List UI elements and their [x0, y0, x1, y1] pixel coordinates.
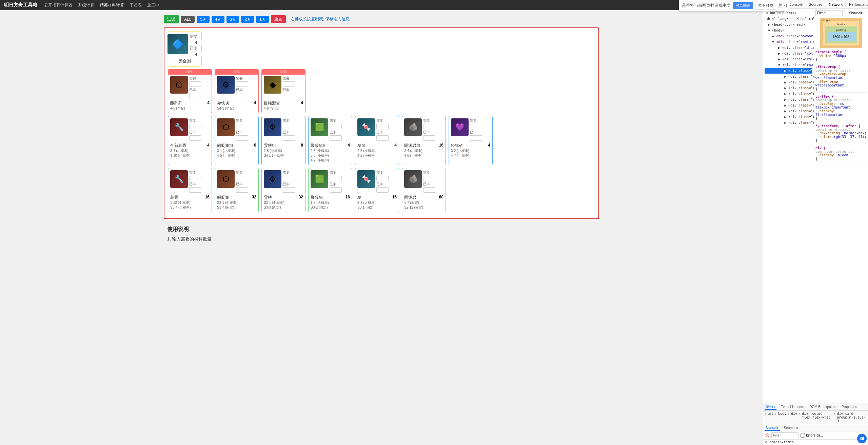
have-input-ytz[interactable] [283, 135, 295, 141]
tree-line-lv14-5[interactable]: ▶ <div class="card-group m-1 lv1-4" styl… [765, 108, 812, 114]
tree-line-rowm[interactable]: ▼ <div class="row d-flex,flex-wrap" id="… [765, 62, 812, 68]
nav-link-upgrade[interactable]: 升级计算 [78, 2, 94, 8]
have-input-zz[interactable] [189, 187, 201, 193]
need-input-gyzz[interactable] [423, 124, 435, 129]
have-input-gyzz[interactable] [423, 135, 435, 141]
tree-line-lv14-4[interactable]: ▶ <div class="card-group m-1 lv1-4" styl… [765, 102, 812, 108]
tree-line-lv15-2[interactable]: ▶ <div class="card-group m-1 lv1-5" styl… [765, 74, 812, 79]
have-input-ktn[interactable] [189, 93, 201, 98]
3star-button[interactable]: 3★ [226, 16, 239, 23]
have-input-ytk[interactable] [236, 93, 248, 98]
1star-button[interactable]: 1★ [256, 16, 269, 23]
translate-cancel-button[interactable]: 暂不对照 [755, 2, 763, 9]
have-input-tnj[interactable] [236, 187, 248, 193]
have-input-juhej[interactable] [190, 52, 202, 57]
tree-line-lv15-3[interactable]: ▶ <div class="card-group m-1 lv1-5" styl… [765, 79, 812, 85]
icon-yt: ⚙ [264, 170, 281, 188]
need-input-tz[interactable] [376, 124, 389, 129]
panel-tab-props[interactable]: Properties [840, 404, 859, 409]
devtools-tab-performance[interactable]: Performance [846, 1, 868, 7]
ignore-ca-checkbox[interactable] [801, 433, 805, 438]
have-input-tz[interactable] [376, 135, 389, 141]
have-input-jsz[interactable] [330, 187, 342, 193]
breadcrumb-cardgroup[interactable]: div.card-group.m-1.lv1-3 [837, 412, 866, 423]
5star-button[interactable]: 5★ [197, 16, 210, 23]
nav-link-elite[interactable]: 精英材料计算 [100, 2, 124, 8]
panel-tabs: Styles Event Listeners DOM Breakpoints P… [763, 403, 868, 410]
panel-tab-styles[interactable]: Styles [765, 404, 776, 410]
have-input-t[interactable] [376, 187, 389, 193]
source-zz: 1-12 (中概率)S3-4 (大概率) [170, 200, 210, 210]
have-input-tcy[interactable] [283, 93, 295, 98]
box-border: border padding 1300 × 968 [823, 21, 859, 45]
show-all-checkbox[interactable] [844, 11, 848, 15]
nav-link-operators[interactable]: 干员表 [130, 2, 142, 8]
breadcrumb-body[interactable]: body [778, 412, 786, 423]
panel-tab-event[interactable]: Event Listeners [779, 404, 805, 409]
nav-link-recruit[interactable]: 公开招募计算器 [44, 2, 73, 8]
need-input-t[interactable] [376, 176, 389, 181]
need-input-qmk[interactable] [470, 124, 482, 129]
source-tnj: S2-1 (中概率)S3-7 (固定) [217, 200, 256, 210]
source-ytz: 2-8 (小概率)S4-1 (小概率) [264, 149, 303, 158]
nav-links: 公开招募计算器 升级计算 精英材料计算 干员表 施工中... [44, 2, 163, 8]
tree-line-lv14-1[interactable]: ▶ <div class="card-group m-1 lv1-4" styl… [765, 85, 812, 91]
need-input-ytz[interactable] [283, 124, 295, 129]
tree-line-lv14-3[interactable]: ▶ <div class="card-group m-1 lv1-4" styl… [765, 97, 812, 102]
need-input-zz[interactable] [189, 176, 201, 181]
have-input-qxzz[interactable] [189, 135, 201, 141]
need-input-juhej[interactable] [190, 40, 202, 45]
have-input-tnjz[interactable] [236, 135, 248, 141]
4star-button[interactable]: 4★ [212, 16, 224, 23]
tree-line-lv13-1[interactable]: ▶ <div class="card-group m-1 lv1-3" styl… [765, 120, 812, 125]
breadcrumb-div[interactable]: div [791, 412, 797, 423]
need-input-tcy[interactable] [283, 81, 295, 87]
all-button[interactable]: ALL [181, 16, 195, 23]
material-card-tnj: ⬡ 需要 已丰 酮凝集 32 S2-1 (中概率)S3-7 (固定) [215, 168, 259, 212]
reset-button[interactable]: 重置 [271, 15, 286, 23]
material-name-juhej: 聚合剂 [179, 58, 191, 64]
tree-line-alert[interactable]: ▶ <div class="col-12 alert alert-dark mt… [765, 51, 812, 56]
tree-line-nav[interactable]: ▶ <nav class="navbar navbar-expand-md na… [765, 33, 812, 39]
need-input-ytk[interactable] [236, 81, 248, 87]
tree-line-head[interactable]: ▶ <head>...</head> [765, 22, 812, 27]
console-filter-input[interactable] [771, 432, 798, 438]
devtools-tree[interactable]: <!DOCTYPE html> <html lang="zh-Hans" xml… [763, 9, 814, 403]
have-input-qmk[interactable] [470, 135, 482, 141]
source-qmk: 3-2 (小概率)4-7 (小概率) [451, 149, 490, 158]
tree-line-col12[interactable]: ▶ <div class="col-12 mt-3 p-1 p-sm-2"> [765, 56, 812, 62]
need-input-tnj[interactable] [236, 176, 248, 181]
devtools-tab-network[interactable]: Network [826, 1, 846, 7]
nav-link-construction[interactable]: 施工中... [147, 2, 163, 8]
need-input-tnjz[interactable] [236, 124, 248, 129]
bottom-tab-console[interactable]: Console [765, 425, 780, 431]
breadcrumb-rowmd[interactable]: div.row.md-flex.flex-wrap [802, 412, 832, 423]
filter-button[interactable]: 过滤 [164, 15, 179, 23]
need-input-gyz[interactable] [423, 176, 435, 181]
need-input-jsz[interactable] [330, 176, 342, 181]
tree-line-lv15-1[interactable]: ▶ <div class="card-group m-1 lv1-5" styl… [765, 68, 812, 74]
style-dflex: .d-flex { bootstrap.min.css:6 display: -… [815, 95, 867, 122]
bottom-tab-search[interactable]: Search ✕ [783, 425, 800, 430]
need-input-qxzz[interactable] [189, 124, 201, 129]
tree-line-mobile[interactable]: ▶ <div class="d-inline d-sm-none" id="mo… [765, 45, 812, 51]
have-input-yt[interactable] [283, 187, 295, 193]
translate-button[interactable]: 网页翻译 [733, 2, 753, 9]
tree-line-lv14-2[interactable]: ▶ <div class="card-group m-1 lv1-4" styl… [765, 91, 812, 97]
tree-line-lv14-6[interactable]: ▶ <div class="card-group m-1 lv1-4" styl… [765, 114, 812, 120]
panel-tab-dom[interactable]: DOM Breakpoints [808, 404, 837, 409]
tree-line-container[interactable]: ▼ <div class="container" style="margin:a… [765, 39, 812, 45]
tree-line-html[interactable]: <html lang="zh-Hans" xmlns="http://www.w… [765, 16, 812, 22]
need-input-jszz[interactable] [330, 124, 342, 129]
devtools-tab-sources[interactable]: Sources [806, 1, 825, 7]
styles-filter-input[interactable] [815, 10, 843, 16]
need-input-yt[interactable] [283, 176, 295, 181]
need-input-ktn[interactable] [189, 81, 201, 87]
box-model: margin border padding 1300 × 968 [815, 18, 867, 48]
have-input-gyz[interactable] [423, 187, 435, 193]
2star-button[interactable]: 2★ [241, 16, 254, 23]
breadcrumb-html[interactable]: html [765, 412, 773, 423]
tree-line-body[interactable]: ▼ <body> [765, 27, 812, 33]
have-input-jszz[interactable] [330, 135, 342, 141]
material-card-gyz: 🪨 需要 已丰 固源岩 80 1-7 (固定)S2-12 (固定) [402, 168, 446, 212]
